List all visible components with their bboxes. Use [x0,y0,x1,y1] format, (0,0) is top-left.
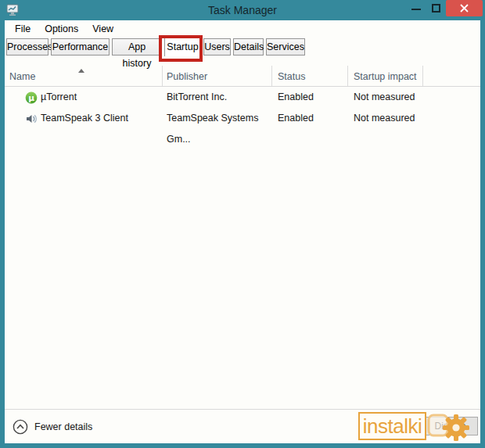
menu-item-view[interactable]: View [85,21,120,37]
close-button[interactable] [446,0,483,16]
column-header-status[interactable]: Status [278,66,344,86]
tab-processes[interactable]: Processes [6,38,48,56]
svg-text:µ: µ [28,93,34,102]
chevron-up-circle-icon [13,419,28,435]
startup-item-impact: Not measured [354,87,424,108]
column-separator [162,66,163,86]
titlebar: Task Manager [0,0,485,20]
column-header-startup-impact[interactable]: Startup impact [354,66,424,86]
tab-details[interactable]: Details [233,38,264,56]
startup-item-publisher: TeamSpeak Systems Gm... [167,108,268,129]
column-separator [271,66,272,86]
tab-performance[interactable]: Performance [51,38,110,56]
startup-item-status: Enabled [278,87,344,108]
footer-divider [5,409,480,410]
maximize-icon [432,4,440,13]
startup-item-name: TeamSpeak 3 Client [41,108,158,129]
sort-ascending-icon [78,69,84,73]
watermark-instalki: instalki [358,411,476,444]
task-manager-window: Task Manager File Options View Processes… [0,0,485,448]
startup-item-name: µTorrent [41,87,158,108]
column-separator [347,66,348,86]
table-row[interactable]: µ µTorrent BitTorrent Inc. Enabled Not m… [5,87,480,108]
startup-item-publisher: BitTorrent Inc. [167,87,268,108]
startup-item-impact: Not measured [354,108,424,129]
tab-users[interactable]: Users [203,38,231,56]
tab-services[interactable]: Services [266,38,305,56]
startup-item-status: Enabled [278,108,344,129]
utorrent-icon: µ [25,91,38,104]
column-separator [422,66,423,86]
annotation-highlight-startup [159,35,203,62]
fewer-details-button[interactable]: Fewer details [13,417,92,437]
tab-app-history[interactable]: App history [112,38,162,56]
teamspeak-icon [25,113,38,125]
watermark-text: instalki [358,412,426,440]
maximize-button[interactable] [426,0,445,16]
close-icon [459,3,469,13]
minimize-icon [411,9,421,10]
menubar: File Options View [5,21,120,37]
minimize-button[interactable] [407,0,426,16]
menu-item-file[interactable]: File [8,21,38,37]
fewer-details-label: Fewer details [34,421,92,432]
gear-icon [437,411,473,444]
table-header: Name Publisher Status Startup impact [5,66,480,86]
table-row[interactable]: TeamSpeak 3 Client TeamSpeak Systems Gm.… [5,108,480,129]
column-header-publisher[interactable]: Publisher [167,66,268,86]
menu-item-options[interactable]: Options [38,21,85,37]
